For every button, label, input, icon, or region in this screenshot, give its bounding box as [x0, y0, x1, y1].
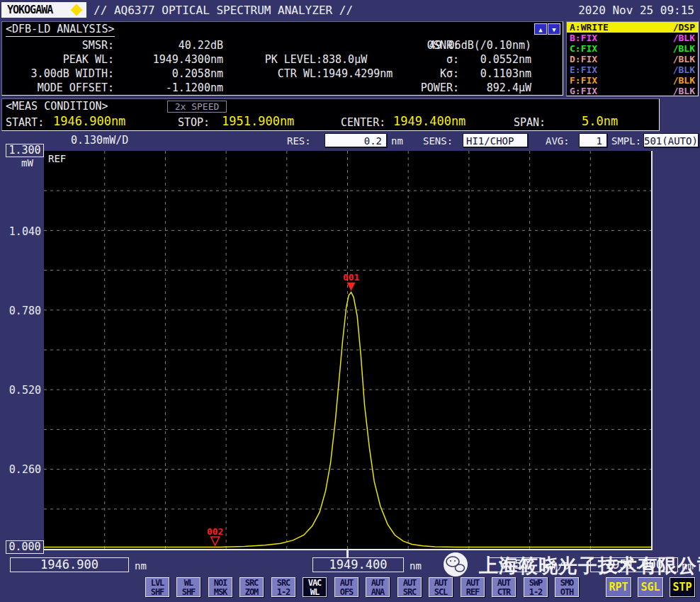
- trace-row-g[interactable]: G:FIX/BLK: [567, 86, 698, 96]
- trace-row-a[interactable]: A:WRITE/DSP: [567, 22, 698, 33]
- smsr-label: SMSR:: [8, 39, 114, 52]
- marker-002-triangle: [211, 537, 220, 545]
- start-label: START:: [6, 116, 44, 129]
- x-start-unit: nm: [135, 560, 147, 572]
- bottom-level-box[interactable]: 0.000: [6, 540, 44, 554]
- trace-mode: /DSP: [673, 22, 695, 33]
- trace-mode: /BLK: [673, 64, 695, 75]
- menu-button-src-1-2[interactable]: SRC1-2: [271, 577, 295, 597]
- menu-button-noi-msk[interactable]: NOIMSK: [208, 577, 232, 597]
- meas-condition-panel: <MEAS CONDITION> 2x SPEED START: 1946.90…: [1, 98, 660, 131]
- center-label: CENTER:: [341, 116, 385, 129]
- smpl-label: SMPL:: [611, 135, 641, 147]
- scroll-down-button[interactable]: ▼: [548, 23, 560, 35]
- span-value[interactable]: 5.0nm: [582, 114, 618, 128]
- trace-mode: /BLK: [673, 86, 695, 96]
- trace-name: F:FIX: [570, 75, 597, 86]
- y-tick-0780: 0.780: [6, 305, 41, 317]
- trace-name: A:WRITE: [570, 22, 609, 33]
- menu-button-aut-ana[interactable]: AUTANA: [366, 577, 390, 597]
- res-label: RES:: [287, 135, 311, 147]
- y-tick-0260: 0.260: [6, 463, 41, 476]
- trace-rows: A:WRITE/DSPB:FIX/BLKC:FIX/BLKD:FIX/BLKE:…: [567, 22, 698, 96]
- y-tick-0520: 0.520: [6, 384, 41, 397]
- smpl-field[interactable]: 501(AUTO): [643, 133, 699, 147]
- stop-label: STOP:: [178, 116, 210, 129]
- center-axis-tick: [346, 549, 349, 557]
- trace-row-e[interactable]: E:FIX/BLK: [567, 64, 698, 75]
- plot-area: 001002: [44, 151, 653, 550]
- trace-mode: /BLK: [673, 33, 695, 43]
- trace-status-panel: A:WRITE/DSPB:FIX/BLKC:FIX/BLKD:FIX/BLKE:…: [566, 21, 699, 96]
- sweep-button-sgl[interactable]: SGL: [638, 577, 663, 597]
- y-tick-1040: 1.040: [6, 225, 41, 238]
- menu-button-vac-wl[interactable]: VACWL: [303, 577, 327, 597]
- meas-header: <MEAS CONDITION>: [6, 100, 108, 113]
- menu-button-aut-ctr[interactable]: AUTCTR: [492, 577, 516, 597]
- analysis-header: <DFB-LD ANALYSIS>: [6, 23, 115, 37]
- trace-mode: /BLK: [673, 43, 695, 54]
- yokogawa-logo: YOKOGAWA: [1, 2, 86, 18]
- sigma-value: 0.0552nm: [427, 53, 531, 66]
- menu-button-src-zom[interactable]: SRCZOM: [239, 577, 264, 597]
- stop-value[interactable]: 1951.900nm: [222, 114, 294, 128]
- scroll-up-button[interactable]: ▲: [534, 23, 547, 35]
- trace-row-f[interactable]: F:FIX/BLK: [567, 75, 698, 86]
- menu-button-aut-ref[interactable]: AUTREF: [461, 577, 485, 597]
- avg-label: AVG:: [546, 135, 570, 147]
- mode-offset-label: MODE OFFSET:: [8, 81, 114, 94]
- avg-field[interactable]: 1: [579, 133, 607, 147]
- x-center-unit: nm: [410, 560, 422, 572]
- trace-mode: /BLK: [673, 54, 695, 64]
- smsr-value: 40.22dB: [118, 39, 223, 52]
- marker-002-label: 002: [207, 526, 223, 537]
- menu-button-lvl-shf[interactable]: LVLSHF: [145, 577, 169, 597]
- peak-wl-value: 1949.4300nm: [118, 53, 223, 66]
- res-unit: nm: [391, 135, 403, 147]
- ksigma-value: 0.1103nm: [427, 67, 531, 80]
- level-scale[interactable]: 0.130mW/D: [71, 134, 128, 147]
- marker-001-label: 001: [343, 272, 360, 283]
- span-label: SPAN:: [514, 116, 546, 129]
- menu-button-aut-src[interactable]: AUTSRC: [397, 577, 422, 597]
- watermark-text: 上海筱晓光子技术有限公司: [479, 553, 700, 579]
- sweep-button-stp[interactable]: STP: [670, 577, 695, 597]
- sweep-button-rpt[interactable]: RPT: [606, 577, 631, 597]
- x-start-box[interactable]: 1946.900: [10, 557, 129, 572]
- trace-name: B:FIX: [570, 33, 597, 43]
- y-unit: mW: [21, 157, 33, 169]
- yokogawa-diamond-icon: [71, 4, 83, 16]
- menu-button-smo-oth[interactable]: SMOOTH: [555, 577, 579, 597]
- width-3db-value: 0.2058nm: [118, 67, 223, 80]
- pk-level-label: PK LEVEL:: [236, 53, 322, 66]
- trace-name: C:FIX: [570, 43, 597, 54]
- speed-badge: 2x SPEED: [167, 101, 227, 113]
- marker-001-triangle: [347, 283, 356, 291]
- yokogawa-logo-text: YOKOGAWA: [7, 2, 52, 18]
- mode-offset-value: -1.1200nm: [118, 81, 223, 94]
- res-field[interactable]: 0.2: [324, 133, 387, 147]
- trace-name: E:FIX: [570, 64, 597, 75]
- osnr-value: 49.06dB(/0.10nm): [427, 39, 531, 52]
- trace-mode: /BLK: [673, 75, 695, 86]
- ref-marker-label: REF: [48, 153, 66, 164]
- menu-button-wl-shf[interactable]: WLSHF: [176, 577, 201, 597]
- ref-level-box[interactable]: 1.300: [6, 144, 44, 157]
- center-value[interactable]: 1949.400nm: [393, 114, 465, 128]
- wechat-icon: [441, 550, 473, 579]
- power-value: 892.4µW: [427, 81, 531, 94]
- trace-row-b[interactable]: B:FIX/BLK: [567, 33, 698, 43]
- menu-button-aut-ofs[interactable]: AUTOFS: [334, 577, 359, 597]
- sens-field[interactable]: HI1/CHOP: [463, 133, 528, 147]
- menu-button-swp-1-2[interactable]: SWP1-2: [524, 577, 548, 597]
- menu-button-aut-scl[interactable]: AUTSCL: [429, 577, 453, 597]
- trace-name: G:FIX: [570, 86, 597, 96]
- window-title: // AQ6377 OPTICAL SPECTRUM ANALYZER //: [94, 4, 353, 17]
- spectrum-chart: 001002: [44, 151, 651, 549]
- trace-row-d[interactable]: D:FIX/BLK: [567, 54, 698, 64]
- trace-row-c[interactable]: C:FIX/BLK: [567, 43, 698, 54]
- peak-wl-label: PEAK WL:: [8, 53, 114, 66]
- start-value[interactable]: 1946.900nm: [53, 114, 125, 128]
- x-center-box[interactable]: 1949.400: [312, 557, 404, 572]
- width-3db-label: 3.00dB WIDTH:: [8, 67, 114, 80]
